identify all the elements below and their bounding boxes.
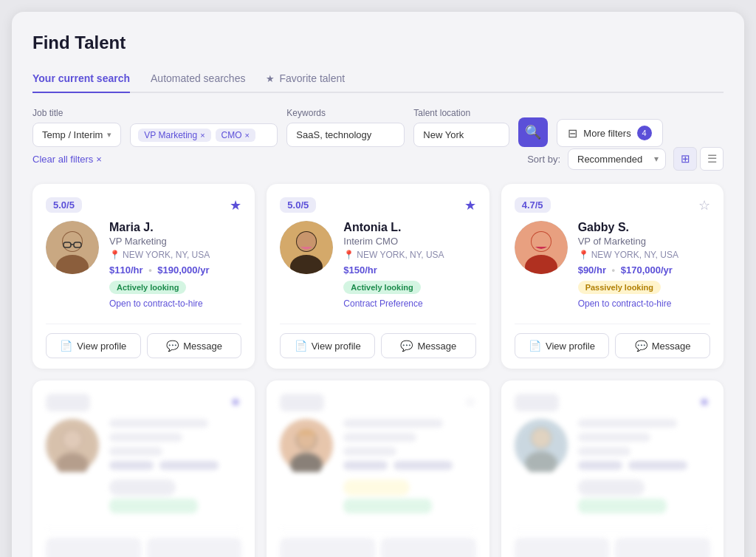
tag-remove-icon[interactable]: ×: [245, 131, 250, 140]
favorite-button-5[interactable]: ☆: [464, 394, 476, 410]
tab-current-search[interactable]: Your current search: [32, 66, 130, 93]
message-icon: 💬: [400, 340, 413, 352]
location-filter-group: Talent location: [413, 108, 509, 147]
keywords-text-label: Keywords: [286, 108, 405, 118]
contract-note-3: Open to contract-to-hire: [578, 298, 710, 309]
card-info-3: Gabby S. VP of Marketing 📍 NEW YORK, NY,…: [515, 221, 710, 309]
card-info-1: Maria J. VP Marketing 📍 NEW YORK, NY, US…: [46, 221, 241, 309]
card-details-6: [578, 419, 710, 513]
candidate-card-1: 5.0/5 ★ Maria J: [32, 184, 255, 369]
card-details-4: [109, 419, 241, 513]
favorite-button-4[interactable]: ★: [230, 394, 241, 410]
tab-automated-label: Automated searches: [151, 72, 245, 84]
sort-select[interactable]: Recommended Newest Highest rated: [568, 148, 666, 170]
message-label-3: Message: [652, 341, 691, 352]
location-label: Talent location: [413, 108, 509, 118]
message-button-3[interactable]: 💬 Message: [615, 333, 710, 358]
message-label-2: Message: [417, 341, 456, 352]
tag-cmo[interactable]: CMO ×: [216, 129, 255, 142]
tag-vp-marketing[interactable]: VP Marketing ×: [138, 129, 210, 142]
view-toggle: ⊞ ☰: [673, 147, 724, 171]
tabs-nav: Your current search Automated searches ★…: [32, 66, 724, 93]
card-actions-4: [46, 528, 241, 557]
candidate-name-1: Maria J.: [109, 221, 241, 234]
list-view-button[interactable]: ☰: [700, 147, 724, 171]
tab-favorite-talent[interactable]: ★ Favorite talent: [266, 66, 345, 93]
contract-note-1: Open to contract-to-hire: [109, 298, 241, 309]
tab-automated-searches[interactable]: Automated searches: [151, 66, 245, 93]
favorite-button-1[interactable]: ★: [230, 197, 241, 213]
card-details-3: Gabby S. VP of Marketing 📍 NEW YORK, NY,…: [578, 221, 710, 309]
tags-input-container[interactable]: VP Marketing × CMO ×: [130, 123, 278, 147]
sort-label: Sort by:: [527, 154, 560, 165]
favorite-button-2[interactable]: ★: [464, 197, 476, 213]
rating-badge-3: 4.7/5: [515, 197, 551, 213]
candidate-card-3: 4.7/5 ☆ Gabby S. VP of Marketing: [501, 184, 724, 369]
card-actions-3: 📄 View profile 💬 Message: [515, 324, 710, 358]
avatar-3: [515, 221, 568, 274]
more-filters-badge: 4: [637, 126, 652, 140]
avatar-image-1: [46, 221, 99, 274]
candidate-name-3: Gabby S.: [578, 221, 710, 234]
candidate-pay-1: $110/hr • $190,000/yr: [109, 264, 241, 276]
main-container: Find Talent Your current search Automate…: [12, 12, 744, 557]
tag-remove-icon[interactable]: ×: [200, 131, 205, 140]
star-icon: ★: [266, 73, 275, 84]
location-input[interactable]: [413, 123, 509, 147]
candidate-location-1: 📍 NEW YORK, NY, USA: [109, 250, 241, 260]
close-icon: ×: [96, 154, 102, 165]
rating-badge-1: 5.0/5: [46, 197, 82, 213]
svg-point-18: [63, 430, 82, 449]
more-filters-button[interactable]: ⊟ More filters 4: [557, 119, 662, 147]
card-top-3: 4.7/5 ☆: [515, 197, 710, 213]
view-profile-button-2[interactable]: 📄 View profile: [280, 333, 375, 358]
favorite-button-3[interactable]: ☆: [698, 197, 710, 213]
message-icon: 💬: [635, 340, 647, 352]
card-details-5: [343, 419, 475, 513]
contract-note-2: Contract Preference: [343, 298, 475, 309]
view-profile-button-1[interactable]: 📄 View profile: [46, 333, 141, 358]
location-pin-icon: 📍: [578, 250, 589, 260]
avatar-1: [46, 221, 99, 274]
card-top-1: 5.0/5 ★: [46, 197, 241, 213]
job-title-select[interactable]: Temp / Interim ▾: [32, 123, 121, 147]
filters-row: Job title Temp / Interim ▾ VP Marketing …: [32, 108, 724, 147]
clear-filters-button[interactable]: Clear all filters ×: [32, 154, 102, 165]
candidate-pay-2: $150/hr: [343, 264, 475, 276]
job-title-value: Temp / Interim: [42, 129, 103, 140]
status-badge-3: Passively looking: [578, 281, 661, 294]
message-label: Message: [183, 341, 222, 352]
keywords-input[interactable]: [286, 123, 405, 147]
search-icon: 🔍: [525, 124, 541, 140]
tab-favorite-label: Favorite talent: [279, 72, 345, 84]
document-icon: 📄: [529, 340, 541, 352]
card-actions-2: 📄 View profile 💬 Message: [280, 324, 475, 358]
view-profile-label-3: View profile: [546, 341, 595, 352]
avatar-skeleton-5: [280, 419, 333, 472]
keywords-text-filter-group: Keywords: [286, 108, 405, 147]
candidate-card-4: ★: [32, 380, 255, 557]
filter-icon: ⊟: [568, 126, 577, 140]
favorite-button-6[interactable]: ★: [698, 394, 710, 410]
card-info-6: [515, 419, 710, 513]
chevron-down-icon: ▾: [107, 130, 111, 140]
svg-point-26: [532, 428, 551, 448]
message-button-2[interactable]: 💬 Message: [381, 333, 476, 358]
avatar-skeleton-6: [515, 419, 568, 472]
candidate-name-2: Antonia L.: [343, 221, 475, 234]
message-button-1[interactable]: 💬 Message: [147, 333, 242, 358]
grid-view-button[interactable]: ⊞: [673, 147, 697, 171]
card-details-1: Maria J. VP Marketing 📍 NEW YORK, NY, US…: [109, 221, 241, 309]
candidate-pay-3: $90/hr • $170,000/yr: [578, 264, 710, 276]
card-details-2: Antonia L. Interim CMO 📍 NEW YORK, NY, U…: [343, 221, 475, 309]
candidate-role-1: VP Marketing: [109, 236, 241, 247]
candidate-location-2: 📍 NEW YORK, NY, USA: [343, 250, 475, 260]
view-profile-label-2: View profile: [312, 341, 361, 352]
document-icon: 📄: [60, 340, 72, 352]
status-badge-2: Actively looking: [343, 281, 420, 294]
search-button[interactable]: 🔍: [518, 117, 548, 147]
view-profile-button-3[interactable]: 📄 View profile: [515, 333, 610, 358]
card-info-2: Antonia L. Interim CMO 📍 NEW YORK, NY, U…: [280, 221, 475, 309]
job-title-label: Job title: [32, 108, 121, 118]
candidates-grid: 5.0/5 ★ Maria J: [32, 184, 724, 557]
